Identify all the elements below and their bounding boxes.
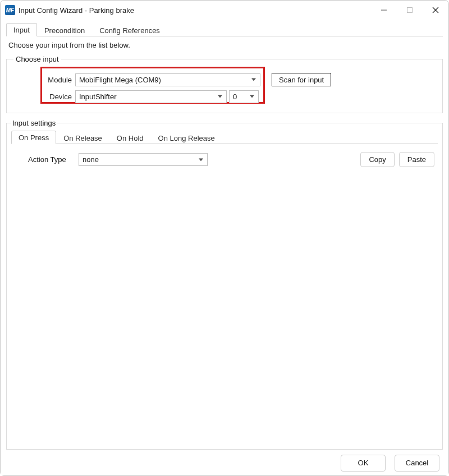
device-index-combobox[interactable]: 0 [229, 90, 259, 103]
tab-input[interactable]: Input [6, 23, 37, 36]
module-label: Module [42, 76, 75, 84]
module-combobox-value: MobiFlight Mega (COM9) [79, 76, 161, 84]
tab-on-hold[interactable]: On Hold [109, 131, 151, 144]
action-type-label: Action Type [28, 155, 73, 164]
instruction-text: Choose your input from the list below. [4, 36, 445, 55]
app-icon: MF [5, 5, 15, 15]
tab-on-long-release[interactable]: On Long Release [151, 131, 222, 144]
close-button[interactable] [423, 2, 448, 19]
main-tab-strip: Input Precondition Config References [6, 23, 443, 36]
ok-button[interactable]: OK [341, 455, 386, 472]
client-area: Input Precondition Config References Cho… [1, 20, 448, 475]
input-settings-legend: Input settings [11, 119, 57, 127]
paste-button[interactable]: Paste [399, 152, 434, 167]
action-row: Action Type none Copy Paste [11, 144, 438, 167]
cancel-button[interactable]: Cancel [395, 455, 439, 472]
minimize-icon [381, 7, 387, 13]
tab-on-release[interactable]: On Release [56, 131, 109, 144]
choose-input-group: Choose input Module MobiFlight Mega (COM… [6, 55, 443, 113]
maximize-icon [406, 7, 413, 13]
module-combobox[interactable]: MobiFlight Mega (COM9) [75, 73, 260, 86]
tab-on-press[interactable]: On Press [11, 131, 56, 144]
device-index-value: 0 [233, 93, 237, 101]
action-type-value: none [83, 155, 99, 164]
svg-rect-1 [407, 8, 413, 13]
choose-input-legend: Choose input [13, 55, 61, 63]
device-combobox-value: InputShifter [79, 93, 117, 101]
action-type-combobox[interactable]: none [79, 153, 208, 166]
device-combobox[interactable]: InputShifter [75, 90, 227, 103]
event-tab-strip: On Press On Release On Hold On Long Rele… [11, 131, 438, 144]
window: MF Input Config Wizard - Parking brake I… [0, 0, 449, 476]
scan-for-input-button[interactable]: Scan for input [272, 73, 331, 86]
window-title: Input Config Wizard - Parking brake [19, 6, 134, 15]
tab-precondition[interactable]: Precondition [37, 24, 92, 36]
maximize-button[interactable] [397, 2, 423, 19]
minimize-button[interactable] [371, 2, 397, 19]
device-label: Device [42, 93, 75, 101]
tab-config-references[interactable]: Config References [92, 24, 167, 36]
copy-button[interactable]: Copy [360, 152, 394, 167]
input-settings-group: Input settings On Press On Release On Ho… [6, 119, 443, 450]
dialog-footer: OK Cancel [4, 450, 445, 475]
close-icon [432, 7, 439, 13]
title-bar: MF Input Config Wizard - Parking brake [1, 1, 448, 20]
